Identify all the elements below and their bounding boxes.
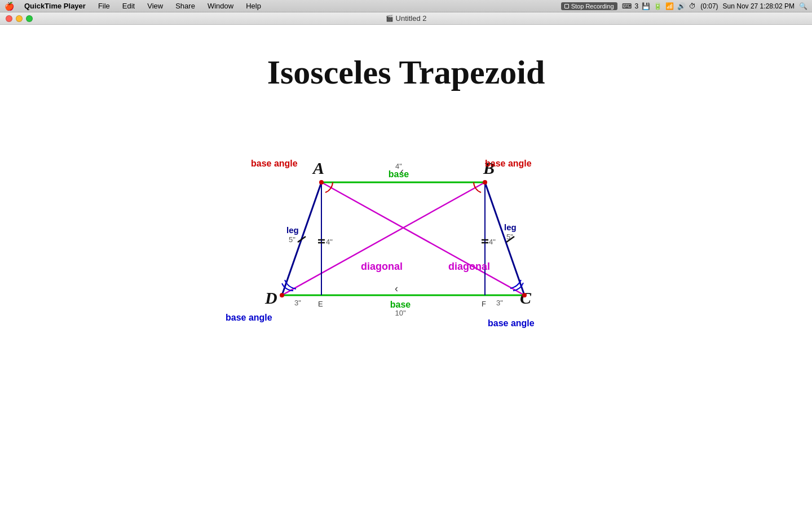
svg-text:diagonal: diagonal [361,261,403,272]
menubar-left: 🍎 QuickTime Player File Edit View Share … [5,1,263,11]
svg-text:E: E [318,300,323,308]
page-title: Isosceles Trapezoid [267,53,545,92]
svg-text:‹: ‹ [395,283,398,294]
menu-help[interactable]: Help [244,1,263,11]
recording-time: (0:07) [700,2,718,10]
svg-text:3": 3" [496,299,503,307]
svg-text:base: base [390,300,411,309]
svg-text:5": 5" [289,235,295,244]
svg-text:F: F [482,300,486,308]
svg-text:5": 5" [506,233,513,241]
stop-recording-btn[interactable]: Stop Recording [561,2,617,10]
menu-extras: ⌨3💾🔋📶🔊⏱ [622,2,696,10]
menu-share[interactable]: Share [173,1,197,11]
svg-text:D: D [264,288,277,307]
titlebar: 🎬 Untitled 2 [0,12,812,25]
svg-text:base angle: base angle [488,318,535,328]
svg-text:A: A [312,159,324,177]
svg-point-41 [483,180,487,185]
menu-file[interactable]: File [96,1,112,11]
diagram-container: ‹ ‹ A B D C E F [209,120,603,357]
main-content: Isosceles Trapezoid [0,25,812,508]
svg-text:leg: leg [286,225,299,235]
svg-line-1 [282,182,485,295]
svg-text:base angle: base angle [485,159,532,168]
apple-menu[interactable]: 🍎 [5,2,14,11]
svg-text:leg: leg [504,222,517,232]
menubar-right: Stop Recording ⌨3💾🔋📶🔊⏱ (0:07) Sun Nov 27… [561,2,807,10]
close-button[interactable] [6,15,12,22]
svg-point-40 [319,180,324,185]
menu-window[interactable]: Window [205,1,236,11]
document-icon: 🎬 [386,15,394,22]
svg-point-43 [522,293,527,297]
trapezoid-diagram: ‹ ‹ A B D C E F [209,120,603,357]
menu-edit[interactable]: Edit [120,1,137,11]
svg-text:C: C [520,288,532,307]
svg-point-42 [280,293,284,297]
svg-text:4": 4" [326,238,333,246]
svg-text:10": 10" [395,309,405,317]
svg-text:base: base [389,169,409,179]
svg-text:diagonal: diagonal [448,261,490,272]
window-title: 🎬 Untitled 2 [386,14,427,23]
svg-text:4": 4" [489,238,496,246]
svg-text:base angle: base angle [226,313,272,322]
search-icon[interactable]: 🔍 [799,2,807,10]
maximize-button[interactable] [26,15,33,22]
svg-text:3": 3" [294,299,301,307]
menu-view[interactable]: View [145,1,165,11]
menu-quicktime[interactable]: QuickTime Player [22,1,88,11]
window-controls[interactable] [6,15,33,22]
svg-text:base angle: base angle [251,159,298,168]
menubar: 🍎 QuickTime Player File Edit View Share … [0,0,812,12]
minimize-button[interactable] [16,15,23,22]
date-time: Sun Nov 27 1:28:02 PM [723,2,795,10]
